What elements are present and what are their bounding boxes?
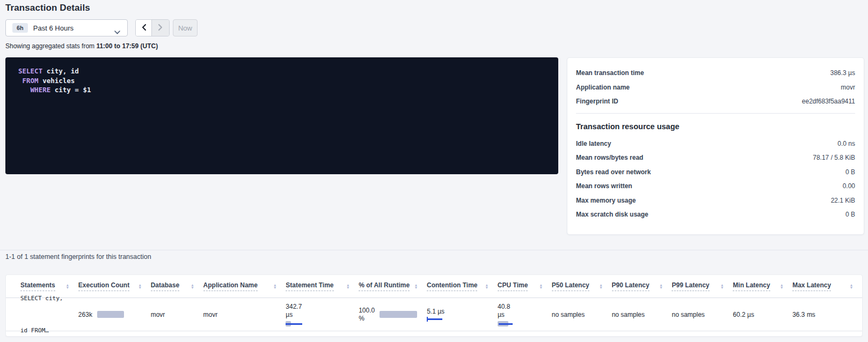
summary-value: movr [841, 84, 855, 91]
summary-row: Max memory usage 22.1 KiB [567, 194, 864, 208]
statement-time-bar [286, 321, 304, 326]
chevron-right-icon [158, 24, 163, 33]
summary-label: Application name [576, 84, 630, 91]
sort-icon[interactable]: ▴▾ [415, 284, 417, 289]
statements-table: Statements ▴▾ Execution Count ▴▾ Databas… [5, 274, 863, 337]
statements-count-text: 1-1 of 1 statement fingerprints for this… [5, 253, 151, 261]
sql-line: FROM vehicles [18, 76, 558, 86]
next-time-button[interactable] [152, 20, 169, 36]
sort-icon[interactable]: ▴▾ [274, 284, 276, 289]
summary-row: Fingerprint ID ee2df683f5aa9411 [567, 94, 864, 109]
cell-statement-time: 342.7 µs [286, 303, 359, 326]
cell-cpu-time: 40.8 µs [498, 303, 552, 326]
cell-runtime-pct: 100.0 % [359, 307, 427, 323]
column-header-runtime-pct[interactable]: % of All Runtime ▴▾ [359, 281, 427, 291]
runtime-pct-bar [380, 311, 417, 318]
summary-value: 22.1 KiB [831, 197, 855, 204]
execution-count-bar [97, 311, 124, 318]
summary-row: Max scratch disk usage 0 B [567, 207, 864, 222]
sort-icon[interactable]: ▴▾ [347, 284, 349, 289]
summary-value: 0 B [845, 211, 855, 218]
cell-max-latency: 36.3 ms [792, 311, 862, 318]
column-header-contention-time[interactable]: Contention Time ▴▾ [427, 281, 498, 291]
sort-icon[interactable]: ▴▾ [660, 284, 662, 289]
summary-row: Mean rows/bytes read 78.17 / 5.8 KiB [567, 151, 864, 165]
cpu-time-bar [498, 321, 514, 326]
stats-range-prefix: Showing aggregated stats from [5, 42, 96, 50]
summary-value: ee2df683f5aa9411 [802, 98, 855, 105]
time-step-button-group [135, 19, 170, 36]
page-title: Transaction Details [5, 3, 90, 13]
summary-row: Application name movr [567, 80, 864, 95]
cell-p90-latency: no samples [612, 311, 672, 318]
sort-icon[interactable]: ▴▾ [486, 284, 488, 289]
column-header-cpu-time[interactable]: CPU Time ▴▾ [498, 281, 552, 291]
summary-label: Fingerprint ID [576, 98, 618, 105]
sort-icon[interactable]: ▴▾ [781, 284, 783, 289]
sort-icon[interactable]: ▴▾ [600, 284, 602, 289]
stats-range-value: 11:00 to 17:59 (UTC) [96, 42, 158, 50]
time-range-dropdown[interactable]: 6h Past 6 Hours [5, 19, 128, 36]
cell-application-name: movr [203, 311, 286, 318]
summary-label: Max memory usage [576, 197, 636, 204]
sql-line: SELECT city, id [18, 66, 558, 76]
sql-line: WHERE city = $1 [18, 85, 558, 95]
cell-execution-count: 263k [78, 311, 151, 318]
table-row: SELECT city, id FROM… 263k movr movr 342… [6, 298, 862, 331]
contention-time-bar [427, 317, 444, 322]
table-header-row: Statements ▴▾ Execution Count ▴▾ Databas… [6, 275, 862, 298]
column-header-application-name[interactable]: Application Name ▴▾ [203, 281, 286, 291]
summary-label: Idle latency [576, 140, 611, 147]
summary-value: 0 B [845, 168, 855, 176]
column-header-statement-time[interactable]: Statement Time ▴▾ [286, 281, 359, 291]
summary-row: Bytes read over network 0 B [567, 165, 864, 180]
cell-contention-time: 5.1 µs [427, 308, 498, 322]
sort-icon[interactable]: ▴▾ [721, 284, 723, 289]
summary-label: Mean transaction time [576, 69, 644, 77]
summary-value: 386.3 µs [830, 69, 855, 77]
aggregated-stats-range: Showing aggregated stats from 11:00 to 1… [5, 42, 158, 50]
summary-value: 0.0 ns [837, 140, 855, 147]
summary-divider [576, 113, 855, 114]
column-header-database[interactable]: Database ▴▾ [151, 281, 203, 291]
sort-icon[interactable]: ▴▾ [850, 284, 852, 289]
sort-icon[interactable]: ▴▾ [192, 284, 194, 289]
column-header-min-latency[interactable]: Min Latency ▴▾ [733, 281, 792, 291]
summary-row: Mean transaction time 386.3 µs [567, 66, 864, 80]
resource-usage-heading: Transaction resource usage [567, 118, 864, 137]
summary-label: Bytes read over network [576, 168, 651, 176]
previous-time-button[interactable] [136, 20, 152, 36]
summary-label: Mean rows written [576, 182, 632, 190]
sort-icon[interactable]: ▴▾ [540, 284, 542, 289]
statement-link[interactable]: SELECT city, id FROM… [20, 274, 69, 337]
transaction-summary-card: Mean transaction time 386.3 µs Applicati… [567, 57, 864, 235]
cell-statement[interactable]: SELECT city, id FROM… [20, 274, 78, 337]
summary-row: Idle latency 0.0 ns [567, 137, 864, 151]
summary-value: 78.17 / 5.8 KiB [813, 154, 855, 161]
section-divider [0, 250, 868, 250]
chevron-down-icon [114, 27, 120, 36]
summary-row: Mean rows written 0.00 [567, 179, 864, 194]
chevron-left-icon [141, 24, 147, 33]
cell-database: movr [151, 311, 203, 318]
time-range-label: Past 6 Hours [33, 24, 74, 32]
column-header-max-latency[interactable]: Max Latency ▴▾ [792, 281, 862, 291]
time-range-badge: 6h [12, 23, 28, 33]
column-header-p99-latency[interactable]: P99 Latency ▴▾ [672, 281, 733, 291]
column-header-execution-count[interactable]: Execution Count ▴▾ [78, 281, 151, 291]
sort-icon[interactable]: ▴▾ [139, 284, 141, 289]
cell-p50-latency: no samples [552, 311, 612, 318]
cell-p99-latency: no samples [672, 311, 733, 318]
transaction-details-page: Transaction Details 6h Past 6 Hours Now … [0, 0, 868, 342]
column-header-p90-latency[interactable]: P90 Latency ▴▾ [612, 281, 672, 291]
now-button[interactable]: Now [173, 19, 198, 36]
sql-statement-box: SELECT city, id FROM vehicles WHERE city… [5, 57, 558, 174]
cell-min-latency: 60.2 µs [733, 311, 792, 318]
summary-value: 0.00 [843, 182, 855, 190]
column-header-p50-latency[interactable]: P50 Latency ▴▾ [552, 281, 612, 291]
summary-label: Mean rows/bytes read [576, 154, 643, 161]
summary-label: Max scratch disk usage [576, 211, 648, 218]
